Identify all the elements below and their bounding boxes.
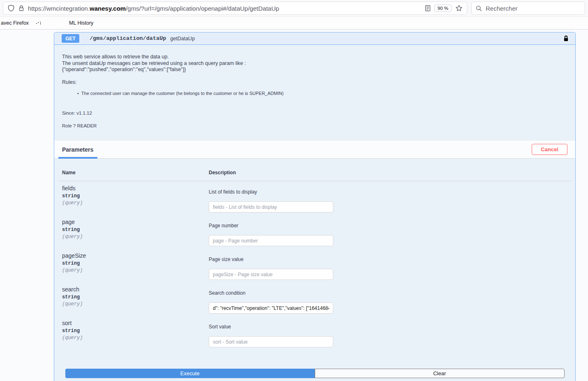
bookmark-item-firefox[interactable]: avec Firefox (1, 20, 29, 26)
since-label: Since: v1.1.12 (62, 110, 567, 117)
rules-label: Rules: (62, 79, 567, 86)
sort-input[interactable] (209, 336, 333, 347)
bookmarks-bar: avec Firefox ML History (0, 17, 588, 30)
param-location: (query) (62, 301, 209, 307)
param-description-label: Sort value (209, 324, 572, 329)
search-bar[interactable]: Rechercher (472, 2, 585, 14)
bookmark-item-ml-history[interactable]: ML History (69, 20, 93, 26)
description-line: {"operand":"pushed","operation":"eq","va… (62, 67, 567, 73)
param-row-pagesize: pageSize string (query) Page size value (58, 249, 572, 282)
connection-lock-icon[interactable] (18, 5, 24, 12)
bookmark-favicon-icon[interactable] (35, 20, 42, 26)
param-location: (query) (62, 268, 209, 273)
page-input[interactable] (209, 235, 333, 246)
active-tab-underline (58, 157, 97, 159)
param-description-label: Page number (209, 223, 572, 228)
browser-toolbar: https://wmcintegration.wanesy.com/gms/?u… (0, 0, 588, 17)
param-location: (query) (62, 200, 209, 206)
auth-lock-icon[interactable] (563, 35, 569, 42)
rules-list: The connected user can manage the custom… (62, 91, 567, 96)
table-header-row: Name Description (58, 170, 572, 181)
search-placeholder: Rechercher (486, 5, 518, 12)
param-location: (query) (62, 234, 209, 240)
param-row-page: page string (query) Page number (58, 215, 572, 249)
param-row-fields: fields string (query) List of fields to … (58, 181, 572, 215)
param-name: page (62, 219, 209, 225)
column-header-name: Name (62, 170, 209, 175)
http-method-badge: GET (62, 34, 79, 43)
param-name: fields (62, 185, 209, 192)
param-type: string (62, 193, 209, 199)
parameters-table: Name Description fields string (query) L… (58, 170, 572, 350)
url-text[interactable]: https://wmcintegration.wanesy.com/gms/?u… (28, 5, 279, 12)
execute-button[interactable]: Execute (65, 369, 315, 378)
parameters-header: Parameters Cancel (54, 140, 575, 159)
param-type: string (62, 227, 209, 233)
param-row-sort: sort string (query) Sort value (58, 316, 572, 350)
url-path: /gms/?url=/gms/application/openapi#/data… (126, 5, 279, 12)
bookmark-star-icon[interactable] (455, 5, 463, 12)
search-input[interactable] (209, 302, 333, 314)
description-line: This web service allows to retrieve the … (62, 54, 567, 60)
tracking-shield-icon[interactable] (7, 5, 15, 12)
url-domain: wanesy.com (90, 5, 126, 12)
cancel-button[interactable]: Cancel (532, 144, 567, 155)
role-label: Role ? READER (62, 123, 567, 129)
url-prefix: https://wmcintegration. (28, 5, 90, 12)
reader-mode-icon[interactable] (425, 5, 431, 12)
clear-button[interactable]: Clear (315, 369, 565, 378)
param-name: pageSize (62, 253, 209, 259)
endpoint-path: /gms/application/dataUp (90, 35, 166, 42)
param-type: string (62, 294, 209, 300)
fields-input[interactable] (209, 201, 333, 212)
pagesize-input[interactable] (209, 269, 333, 280)
operation-block: GET /gms/application/dataUp getDataUp Th… (54, 32, 576, 381)
operation-id: getDataUp (170, 36, 195, 42)
parameters-title: Parameters (62, 146, 93, 153)
param-type: string (62, 261, 209, 266)
execute-button-group: Execute Clear (65, 369, 565, 378)
operation-summary[interactable]: GET /gms/application/dataUp getDataUp (54, 32, 575, 45)
param-description-label: Page size value (209, 257, 572, 262)
rule-item: The connected user can manage the custom… (77, 91, 567, 96)
param-description-label: List of fields to display (209, 189, 572, 194)
param-name: sort (62, 320, 209, 326)
param-type: string (62, 328, 209, 334)
endpoint-description: This web service allows to retrieve the … (54, 45, 575, 129)
param-location: (query) (62, 335, 209, 341)
param-name: search (62, 286, 209, 293)
url-bar[interactable]: https://wmcintegration.wanesy.com/gms/?u… (3, 2, 467, 14)
description-line: The unsent dataUp messages can be retrie… (62, 60, 567, 67)
page-background: GET /gms/application/dataUp getDataUp Th… (0, 30, 588, 381)
column-header-description: Description (209, 170, 572, 175)
param-description-label: Search condition (209, 291, 572, 296)
search-icon (476, 5, 482, 12)
param-row-search: search string (query) Search condition (58, 282, 572, 316)
zoom-level-indicator[interactable]: 90 % (434, 5, 452, 12)
